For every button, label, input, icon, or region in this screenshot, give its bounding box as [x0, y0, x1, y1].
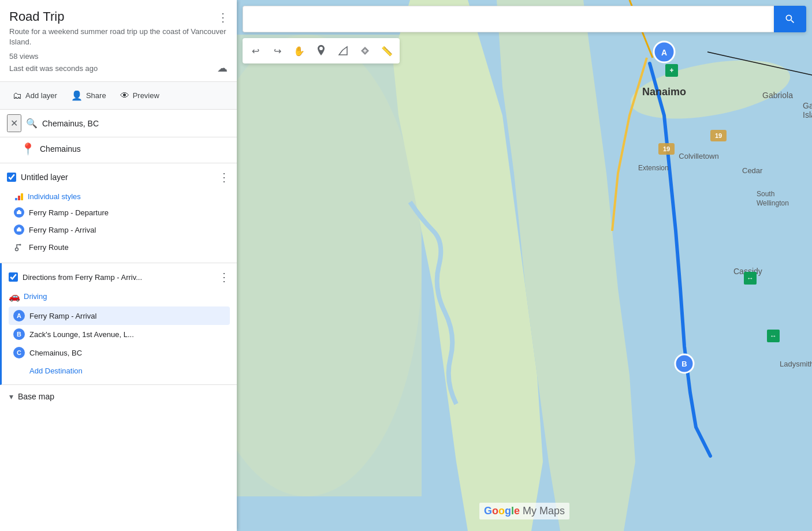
basemap-label: Base map — [18, 392, 54, 401]
svg-text:↔: ↔ — [770, 332, 777, 340]
layer-item-departure[interactable]: Ferry Ramp - Departure — [14, 204, 230, 221]
svg-text:Colvilletown: Colvilletown — [679, 152, 718, 160]
map-search-button[interactable] — [774, 6, 806, 32]
directions-header-left: Directions from Ferry Ramp - Arriv... — [9, 272, 142, 282]
svg-point-8 — [20, 244, 21, 246]
pin-icon — [316, 45, 326, 57]
share-button[interactable]: 👤 Share — [65, 87, 112, 104]
svg-text:Ladysmith: Ladysmith — [780, 360, 812, 368]
layers-icon: 🗂 — [13, 91, 22, 101]
directions-content: 🚗 Driving A Ferry Ramp - Arrival B Zack'… — [2, 289, 237, 384]
layer-items: Individual styles Ferry Ramp - Departure… — [0, 189, 237, 263]
map-svg: 19 19 1A Nanaimo Colvilletown Cedar Sout… — [237, 0, 812, 531]
expand-icon: ▾ — [9, 392, 13, 401]
add-layer-button[interactable]: 🗂 Add layer — [7, 87, 63, 104]
pan-button[interactable]: ✋ — [289, 40, 310, 61]
directions-section: Directions from Ferry Ramp - Arriv... ⋮ … — [0, 263, 237, 385]
map-tools-bar: ↩ ↪ ✋ 📏 — [243, 38, 400, 63]
layer-header-left: Untitled layer — [7, 173, 68, 182]
svg-text:Wellington: Wellington — [757, 199, 789, 207]
shape-icon — [338, 46, 348, 56]
svg-rect-1 — [18, 196, 20, 200]
cloud-icon: ☁ — [217, 62, 228, 74]
svg-text:19: 19 — [715, 132, 722, 139]
individual-styles-button[interactable]: Individual styles — [14, 189, 81, 204]
basemap-section: ▾ Base map — [0, 385, 237, 408]
attribution: Google My Maps — [479, 503, 569, 519]
directions-icon — [360, 46, 370, 56]
svg-rect-0 — [15, 198, 17, 200]
waypoint-b-label: Zack's Lounge, 1st Avenue, L... — [29, 330, 134, 339]
waypoint-c-label: Chemainus, BC — [29, 349, 82, 357]
ferry-arrival-label: Ferry Ramp - Arrival — [29, 226, 96, 234]
departure-icon — [14, 207, 24, 218]
sidebar: Road Trip Route for a weekend summer roa… — [0, 0, 237, 531]
preview-button[interactable]: 👁 Preview — [114, 87, 165, 104]
svg-text:+: + — [669, 66, 673, 74]
driving-mode: 🚗 Driving — [9, 289, 230, 306]
header-more-button[interactable]: ⋮ — [215, 8, 231, 27]
layer-item-arrival[interactable]: Ferry Ramp - Arrival — [14, 221, 230, 238]
svg-text:South: South — [757, 190, 774, 198]
map-toolbar-sidebar: 🗂 Add layer 👤 Share 👁 Preview — [0, 82, 237, 110]
svg-text:Island: Island — [803, 110, 812, 119]
marker-button[interactable] — [311, 40, 331, 61]
svg-text:Gabriola: Gabriola — [803, 101, 812, 110]
waypoint-b[interactable]: B Zack's Lounge, 1st Avenue, L... — [9, 325, 230, 343]
route-icon — [14, 242, 24, 252]
svg-text:19: 19 — [663, 145, 670, 152]
eye-icon: 👁 — [120, 91, 129, 101]
directions-header: Directions from Ferry Ramp - Arriv... ⋮ — [2, 263, 237, 289]
header-section: Road Trip Route for a weekend summer roa… — [0, 0, 237, 82]
layer-item-route[interactable]: Ferry Route — [14, 238, 230, 256]
directions-more-button[interactable]: ⋮ — [218, 270, 230, 284]
search-icon — [784, 13, 796, 25]
svg-text:Nanaimo: Nanaimo — [642, 86, 686, 98]
basemap-header[interactable]: ▾ Base map — [9, 392, 228, 401]
waypoint-a[interactable]: A Ferry Ramp - Arrival — [9, 306, 230, 325]
map-description: Route for a weekend summer road trip up … — [9, 27, 228, 47]
undo-button[interactable]: ↩ — [245, 40, 266, 61]
svg-text:B: B — [681, 360, 687, 368]
svg-rect-6 — [18, 227, 20, 229]
directions-button[interactable] — [355, 40, 375, 61]
share-icon: 👤 — [71, 90, 83, 101]
layer-header: Untitled layer ⋮ — [0, 163, 237, 189]
svg-text:Gabriola: Gabriola — [762, 91, 793, 100]
svg-rect-4 — [18, 210, 20, 212]
layer-more-button[interactable]: ⋮ — [218, 170, 230, 184]
waypoint-c[interactable]: C Chemainus, BC — [9, 343, 230, 362]
waypoint-a-label: Ferry Ramp - Arrival — [29, 312, 96, 320]
svg-text:Extension: Extension — [638, 164, 669, 172]
waypoint-a-badge: A — [13, 310, 25, 321]
car-icon: 🚗 — [9, 291, 20, 302]
pin-icon: 📍 — [21, 142, 35, 156]
add-destination-button[interactable]: Add Destination — [9, 362, 87, 377]
views-count: 58 views — [9, 52, 228, 61]
map-search-bar — [243, 6, 806, 32]
search-icon: 🔍 — [26, 118, 38, 129]
map-title: Road Trip — [9, 9, 228, 24]
untitled-layer-section: Untitled layer ⋮ Individual styles Ferry… — [0, 163, 237, 263]
measure-button[interactable]: 📏 — [377, 40, 397, 61]
shape-button[interactable] — [333, 40, 353, 61]
last-edit: Last edit was seconds ago — [9, 64, 98, 73]
svg-rect-2 — [21, 193, 23, 200]
search-section: ✕ 🔍 Chemainus, BC — [0, 110, 237, 137]
directions-checkbox[interactable] — [9, 272, 18, 282]
map-search-input[interactable] — [243, 6, 774, 32]
waypoint-c-badge: C — [13, 347, 25, 358]
search-query: Chemainus, BC — [42, 119, 99, 128]
directions-title: Directions from Ferry Ramp - Arriv... — [23, 273, 142, 282]
layer-title: Untitled layer — [21, 173, 68, 182]
svg-text:↔: ↔ — [747, 274, 754, 282]
svg-text:Cedar: Cedar — [742, 166, 763, 175]
svg-rect-11 — [237, 35, 422, 496]
redo-button[interactable]: ↪ — [267, 40, 288, 61]
search-result-item[interactable]: 📍 Chemainus — [0, 137, 237, 163]
map-area: 19 19 1A Nanaimo Colvilletown Cedar Sout… — [237, 0, 812, 531]
search-close-button[interactable]: ✕ — [7, 114, 21, 132]
layer-checkbox[interactable] — [7, 173, 16, 182]
svg-point-7 — [16, 248, 18, 251]
svg-text:A: A — [661, 48, 667, 57]
